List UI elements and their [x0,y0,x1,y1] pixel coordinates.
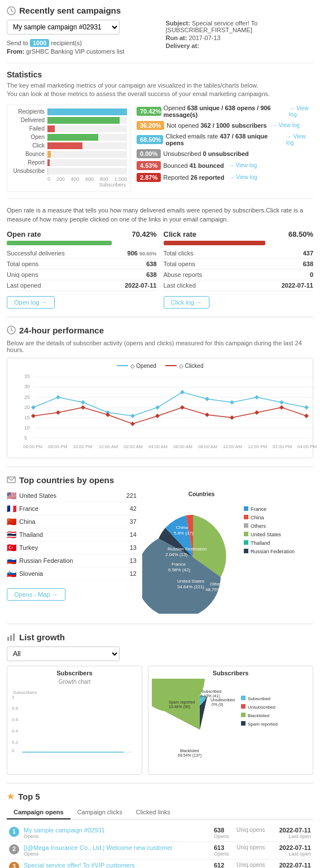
view-log-not-opened[interactable]: View log [271,122,300,128]
svg-text:United States: United States [177,579,204,584]
svg-text:5: 5 [24,435,27,441]
campaign-link-2[interactable]: [|@Mega Insurance Co., Ltd.| Welcome new… [24,844,209,851]
countries-pie-svg: Countries Russian Federat [142,489,295,614]
top5-row-1: 1 My sample campaign #02931 Opens 638 Op… [7,824,313,842]
country-cn: 🇨🇳China 37 [7,515,137,528]
svg-text:Others: Others [210,581,223,587]
statistics-container: Recipients Delivered Failed Open [7,105,313,192]
open-rate-label: Open rate [7,230,41,238]
growth-pie-title: Subscribers [152,670,309,676]
performance-legend: ◇ Opened ◇ Clicked [12,363,308,369]
view-log-clicked[interactable]: View log [286,133,313,146]
country-si: 🇸🇮Slovenia 12 [7,567,137,580]
svg-rect-70 [244,532,248,536]
recently-sent-title: Recently sent campaigns [7,6,313,15]
statistics-chart: Recipients Delivered Failed Open [7,105,131,192]
svg-marker-27 [304,405,309,410]
tab-clicked-links[interactable]: Clicked links [129,806,177,819]
svg-text:08:00 AM: 08:00 AM [198,444,217,449]
country-th: 🇹🇭Thailand 14 [7,528,137,541]
svg-text:Countries: Countries [189,491,215,497]
country-fr: 🇫🇷France 42 [7,502,137,515]
campaign-from: From: grSHBC Banking VIP customers list [7,48,155,55]
top5-row-2: 2 [|@Mega Insurance Co., Ltd.| Welcome n… [7,841,313,859]
tab-campaign-opens[interactable]: Campaign opens [7,806,71,819]
svg-text:08:00 PM: 08:00 PM [48,444,68,449]
metric-clicked: 68.50% Clicked emails rate 437 / 638 uni… [137,133,313,146]
performance-section: 24-hour performance Below are the detail… [7,326,313,458]
bar-bounce: Bounce [11,151,127,158]
campaign-select[interactable]: My sample campaign #02931 [7,20,120,34]
campaign-link-1[interactable]: My sample campaign #02931 [24,827,209,834]
svg-marker-31 [106,413,110,417]
svg-text:France: France [251,506,266,512]
campaign-header: My sample campaign #02931 Send to 1000 r… [7,20,313,56]
click-log-button[interactable]: Click log → [164,296,210,309]
clock-icon-2 [7,326,16,335]
campaign-link-3[interactable]: Special service offer! To #VIP customers [24,862,209,868]
bar-report: Report [11,159,127,166]
top5-tabs: Campaign opens Campaign clicks Clicked l… [7,806,313,820]
bar-delivered: Delivered [11,117,127,124]
click-total-opens-row: Total opens 638 [164,261,314,270]
date-1: 2022-07-11 [276,827,311,834]
open-rate-bar [7,241,112,245]
svg-marker-36 [230,415,234,420]
view-log-opened[interactable]: View log [289,105,313,118]
svg-rect-78 [13,633,15,641]
open-log-button[interactable]: Open log → [7,296,55,309]
svg-marker-32 [130,422,135,426]
growth-line-chart: Subscribers Growth chart Subscribers 1 0… [7,666,142,775]
top5-table: 1 My sample campaign #02931 Opens 638 Op… [7,824,313,868]
statistics-metrics: 70.42% Opened 638 unique / 638 opens / 9… [137,105,313,192]
svg-marker-35 [205,413,209,417]
view-log-bounced[interactable]: View log [229,162,257,168]
svg-text:Russian Federation: Russian Federation [168,546,207,552]
open-rate-value: 70.42% [131,230,156,238]
top-countries-section: Top countries by opens 🇺🇸United States 2… [7,475,313,615]
statistics-desc: The key email marketing metrics of your … [7,81,313,99]
svg-rect-106 [241,721,246,726]
svg-text:10:00 PM: 10:00 PM [73,444,93,449]
uniq-opens-label-1: Uniq opens [236,827,271,833]
svg-rect-66 [244,515,248,519]
growth-line-title: Subscribers [11,670,138,676]
svg-text:0% (0): 0% (0) [212,702,223,707]
top5-section: Top 5 Campaign opens Campaign clicks Cli… [7,792,313,868]
metric-not-opened: 36.20% Not opened 362 / 1000 subscribers… [137,121,313,130]
click-rate-bar [164,241,266,245]
svg-text:02:00 AM: 02:00 AM [124,444,143,449]
svg-text:10:00 AM: 10:00 AM [223,444,242,449]
svg-marker-30 [81,405,85,410]
svg-text:0.2: 0.2 [12,740,19,745]
rank-2: 2 [9,844,19,854]
legend-opened: ◇ Opened [117,363,156,369]
svg-rect-102 [241,704,246,709]
bar-chart: Recipients Delivered Failed Open [7,105,131,192]
svg-text:Blacklisted: Blacklisted [180,749,199,753]
svg-text:Russian Federation: Russian Federation [251,549,295,554]
bar-open: Open [11,134,127,141]
click-abuse-row: Abuse reports 0 [164,271,314,280]
svg-text:Others: Others [251,523,266,529]
view-log-reported[interactable]: View log [229,174,257,180]
metric-opened: 70.42% Opened 638 unique / 638 opens / 9… [137,105,313,118]
rate-description: Open rate is a measure that tells you ho… [7,206,313,224]
svg-rect-104 [241,713,246,717]
svg-text:Subscribed: Subscribed [248,696,270,701]
svg-text:34.64% (221): 34.64% (221) [177,584,204,589]
opens-map-button[interactable]: Opens - Map → [7,588,65,601]
click-rate-header: Click rate 68.50% [164,230,314,238]
tab-campaign-clicks[interactable]: Campaign clicks [71,806,129,819]
top5-row-3: 3 Special service offer! To #VIP custome… [7,859,313,868]
svg-text:0.8: 0.8 [12,706,19,711]
svg-text:10.46% (90): 10.46% (90) [169,705,190,709]
bar-unsubscribe: Unsubscribe [11,168,127,175]
svg-marker-18 [81,400,85,405]
date-label-1: Last open [276,834,311,839]
svg-marker-34 [180,405,185,410]
svg-text:China: China [176,525,188,530]
top-countries-title: Top countries by opens [7,475,313,485]
growth-select[interactable]: All [7,646,120,661]
click-rate-value: 68.50% [288,230,313,238]
